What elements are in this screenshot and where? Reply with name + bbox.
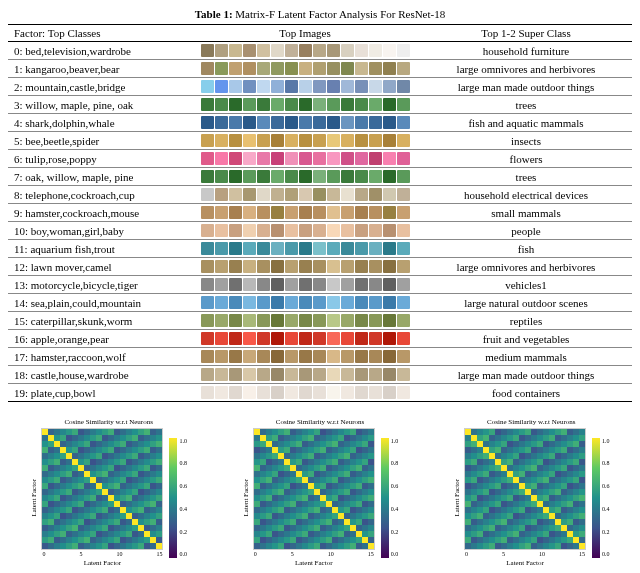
thumbnail-strip [196,296,414,309]
thumbnail-icon [341,296,354,309]
thumbnail-strip [196,98,414,111]
cell-top-images [190,384,420,402]
table-row: 2: mountain,castle,bridgelarge man made … [8,78,632,96]
thumbnail-icon [397,44,410,57]
thumbnail-icon [383,386,396,399]
thumbnail-icon [271,332,284,345]
thumbnail-icon [369,386,382,399]
cell-super-class: large omnivores and herbivores [420,258,632,276]
thumbnail-icon [355,314,368,327]
thumbnail-icon [285,368,298,381]
thumbnail-icon [369,62,382,75]
thumbnail-icon [257,350,270,363]
thumbnail-icon [257,206,270,219]
thumbnail-icon [397,386,410,399]
thumbnail-icon [201,386,214,399]
thumbnail-icon [243,98,256,111]
thumbnail-icon [397,332,410,345]
colorbar-labels: 1.00.80.60.40.20.0 [179,438,187,558]
cell-top-images [190,222,420,240]
thumbnail-icon [313,152,326,165]
cell-top-images [190,150,420,168]
thumbnail-icon [229,350,242,363]
cell-top-images [190,276,420,294]
thumbnail-icon [341,278,354,291]
thumbnail-icon [229,80,242,93]
colorbar [169,438,177,558]
thumbnail-icon [215,278,228,291]
chart-ylabel: Latent Factor [30,479,38,517]
cell-factor: 8: telephone,cockroach,cup [8,186,190,204]
thumbnail-icon [341,386,354,399]
thumbnail-icon [271,386,284,399]
chart-xticks: 051015 [42,551,162,557]
thumbnail-icon [369,242,382,255]
thumbnail-icon [229,260,242,273]
table-row: 16: apple,orange,pearfruit and vegetable… [8,330,632,348]
thumbnail-icon [271,44,284,57]
cell-super-class: trees [420,96,632,114]
thumbnail-strip [196,116,414,129]
thumbnail-icon [257,242,270,255]
thumbnail-icon [313,350,326,363]
heatmap-grid [41,428,163,550]
thumbnail-strip [196,62,414,75]
thumbnail-icon [383,278,396,291]
thumbnail-icon [215,134,228,147]
thumbnail-icon [327,152,340,165]
thumbnail-icon [397,116,410,129]
thumbnail-icon [229,278,242,291]
colorbar-labels: 1.00.80.60.40.20.0 [602,438,610,558]
thumbnail-icon [243,116,256,129]
thumbnail-icon [257,62,270,75]
thumbnail-icon [201,62,214,75]
cell-super-class: small mammals [420,204,632,222]
thumbnail-strip [196,80,414,93]
thumbnail-icon [271,62,284,75]
thumbnail-icon [229,152,242,165]
thumbnail-icon [369,224,382,237]
cell-super-class: household furniture [420,42,632,60]
thumbnail-icon [229,134,242,147]
thumbnail-icon [299,314,312,327]
thumbnail-icon [243,386,256,399]
thumbnail-icon [229,314,242,327]
thumbnail-icon [215,296,228,309]
chart-title: Cosine Similarity w.r.t Neurons [487,418,575,426]
thumbnail-icon [383,44,396,57]
thumbnail-icon [201,80,214,93]
thumbnail-icon [243,314,256,327]
thumbnail-icon [201,332,214,345]
chart-xlabel: Latent Factor [295,559,333,567]
thumbnail-icon [299,260,312,273]
cell-super-class: food containers [420,384,632,402]
cell-factor: 13: motorcycle,bicycle,tiger [8,276,190,294]
table-row: 19: plate,cup,bowlfood containers [8,384,632,402]
thumbnail-icon [271,224,284,237]
thumbnail-icon [383,80,396,93]
table-row: 4: shark,dolphin,whalefish and aquatic m… [8,114,632,132]
thumbnail-icon [243,134,256,147]
thumbnail-icon [355,206,368,219]
chart-xlabel: Latent Factor [84,559,122,567]
thumbnail-icon [327,116,340,129]
thumbnail-icon [229,224,242,237]
thumbnail-icon [369,206,382,219]
thumbnail-icon [285,386,298,399]
thumbnail-icon [243,242,256,255]
thumbnail-icon [271,368,284,381]
thumbnail-icon [355,152,368,165]
thumbnail-icon [243,80,256,93]
cell-factor: 4: shark,dolphin,whale [8,114,190,132]
thumbnail-icon [215,386,228,399]
thumbnail-strip [196,206,414,219]
table-row: 15: caterpillar,skunk,wormreptiles [8,312,632,330]
thumbnail-icon [341,152,354,165]
thumbnail-icon [201,188,214,201]
thumbnail-icon [383,332,396,345]
thumbnail-icon [383,98,396,111]
thumbnail-icon [257,260,270,273]
cell-super-class: vehicles1 [420,276,632,294]
thumbnail-icon [229,242,242,255]
thumbnail-icon [215,80,228,93]
